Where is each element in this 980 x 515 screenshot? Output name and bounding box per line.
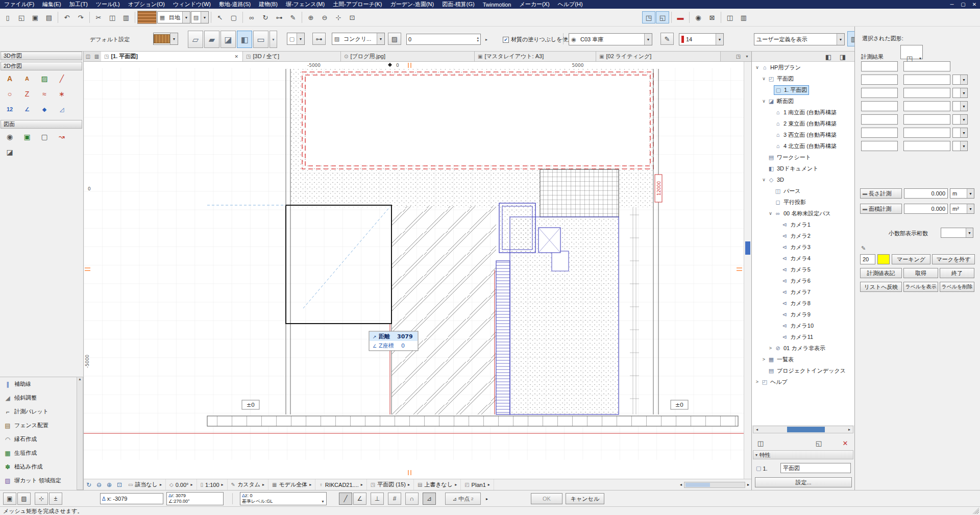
measure-field[interactable] bbox=[861, 75, 898, 85]
tile-windows-button[interactable]: ◫ bbox=[723, 11, 737, 23]
new-file-button[interactable]: ▯ bbox=[1, 11, 14, 23]
expand-arrow-icon[interactable]: ▸ bbox=[455, 482, 457, 487]
sheet-tool-icon[interactable]: ▢ bbox=[38, 131, 51, 143]
pan-button[interactable]: ⊹ bbox=[332, 11, 345, 23]
wall-style-button-4[interactable]: ◧ bbox=[237, 31, 252, 48]
unit-dropdown[interactable]: ▼ bbox=[952, 114, 968, 125]
status-pen-set[interactable]: ♀RIKCAD21....▸ bbox=[315, 479, 367, 490]
expand-arrow-icon[interactable]: ▸ bbox=[191, 482, 193, 487]
text-edit-tool-icon[interactable]: A bbox=[20, 72, 34, 85]
point-tool-icon[interactable]: ∗ bbox=[55, 88, 68, 100]
tool-auxiliary-line[interactable]: ∥補助線 bbox=[0, 377, 77, 391]
print-button[interactable]: ▤ bbox=[42, 11, 56, 23]
decimal-digits-combo[interactable]: ▼ bbox=[941, 228, 973, 238]
surface-material-combo[interactable]: ▨ コンクリ... ▼ bbox=[332, 33, 385, 45]
tree-item-axonometry[interactable]: ◻平行投影 bbox=[752, 197, 854, 208]
canvas-vertical-scrollbar[interactable] bbox=[744, 62, 751, 479]
measure-field[interactable] bbox=[903, 101, 950, 111]
expander-icon[interactable]: ∨ bbox=[761, 99, 767, 104]
measure-field[interactable] bbox=[861, 61, 898, 71]
tree-item-worksheet[interactable]: ▤ワークシート bbox=[752, 152, 854, 163]
chevron-down-icon[interactable]: ▼ bbox=[377, 33, 384, 44]
chevron-down-icon[interactable]: ▼ bbox=[644, 34, 652, 45]
tree-item-plan-1-selected[interactable]: ▢1. 平面図 bbox=[752, 84, 854, 95]
camera-tool-icon[interactable]: ◉ bbox=[3, 131, 16, 143]
angle-snap-button[interactable]: ∠ bbox=[353, 493, 366, 505]
menu-process[interactable]: 加工(T) bbox=[65, 1, 92, 8]
measure-field[interactable] bbox=[903, 75, 950, 85]
properties-header[interactable]: ▾ 特性 bbox=[753, 450, 853, 459]
display-mode-combo[interactable]: ユーザー定義を表示 ▼ bbox=[754, 33, 845, 45]
unmark-button[interactable]: マークを外す bbox=[932, 254, 975, 264]
geometry-method-combo[interactable]: ▢ ▼ bbox=[287, 33, 305, 45]
mark-pen-input[interactable]: 20 bbox=[860, 254, 875, 264]
tree-item-3d[interactable]: ∨◇3D bbox=[752, 174, 854, 185]
measure-field[interactable] bbox=[861, 141, 898, 151]
measure-field[interactable] bbox=[861, 88, 898, 98]
zoom-out-icon[interactable]: ⊖ bbox=[94, 480, 104, 489]
planter-box[interactable] bbox=[499, 203, 535, 253]
measure-field[interactable] bbox=[903, 61, 950, 71]
triangle-snap-button[interactable]: ⊿ bbox=[423, 493, 436, 505]
image-tool-icon[interactable]: ▣ bbox=[20, 131, 34, 143]
chevron-down-icon[interactable]: ▼ bbox=[182, 12, 190, 23]
pencil-button[interactable]: ✎ bbox=[286, 11, 300, 23]
tree-item-east-elevation[interactable]: ⌂2 東立面 (自動再構築 bbox=[752, 118, 854, 129]
tree-item-camera-hidden[interactable]: >⊘01 カメラ非表示 bbox=[752, 342, 854, 354]
length-unit-combo[interactable]: m▼ bbox=[950, 188, 974, 199]
handle-icon-button[interactable]: ⊶ bbox=[312, 33, 326, 45]
wood-material-combo[interactable]: ▼ bbox=[153, 33, 178, 45]
tree-item-west-elevation[interactable]: ⌂3 西立面 (自動再構築 bbox=[752, 129, 854, 140]
refresh-button[interactable]: ↻ bbox=[259, 11, 272, 23]
undo-button[interactable]: ↶ bbox=[60, 11, 74, 23]
tree-item-camera-9[interactable]: ⊲カメラ9 bbox=[752, 309, 854, 320]
expander-icon[interactable]: ∨ bbox=[754, 65, 761, 70]
get-button[interactable]: 取得 bbox=[903, 268, 938, 278]
show-label-button[interactable]: ラベルを表示 bbox=[903, 282, 938, 292]
wall-style-button-1[interactable]: ▱ bbox=[188, 31, 203, 48]
chevron-down-icon[interactable]: ▼ bbox=[201, 12, 208, 23]
marquee-button[interactable]: ▢ bbox=[227, 11, 240, 23]
expander-icon[interactable]: > bbox=[767, 346, 774, 351]
marking-button[interactable]: マーキング bbox=[892, 254, 930, 264]
expand-arrow-icon[interactable]: ▸ bbox=[408, 482, 410, 487]
delete-label-button[interactable]: ラベルを削除 bbox=[940, 282, 974, 292]
chevron-down-icon[interactable]: ▼ bbox=[716, 34, 723, 45]
scrollbar-thumb[interactable] bbox=[685, 483, 710, 487]
unit-dropdown[interactable]: ▼ bbox=[952, 88, 968, 98]
tab-3d[interactable]: ◳ [3D / 全て] bbox=[243, 52, 341, 61]
refresh-view-icon[interactable]: ↻ bbox=[84, 480, 94, 489]
slope-snap-button[interactable]: ╱ bbox=[339, 493, 352, 505]
offset-expand-arrow[interactable]: ▸ bbox=[483, 34, 490, 45]
navigator-layout-icon[interactable]: ◨ bbox=[837, 51, 849, 63]
wall-style-button-5[interactable]: ▭ bbox=[253, 31, 268, 48]
reflect-to-list-button[interactable]: リストへ反映 bbox=[860, 282, 902, 292]
wall-style-button-2[interactable]: ▰ bbox=[204, 31, 219, 48]
delta-z-level-inputs[interactable]: Δz: 0 基準レベル: GL▼ bbox=[240, 492, 327, 505]
fit-view-icon[interactable]: ⊡ bbox=[114, 480, 125, 489]
fit-view-button[interactable]: ⊡ bbox=[346, 11, 359, 23]
status-scale[interactable]: ▯1:100▸ bbox=[197, 479, 228, 490]
menu-help[interactable]: ヘルプ(H) bbox=[554, 1, 587, 8]
tree-item-floor-plans[interactable]: ∨◰平面図 bbox=[752, 73, 854, 84]
window-toggle-button[interactable]: ◱ bbox=[656, 11, 669, 23]
length-value-field[interactable]: 0.000 bbox=[904, 188, 948, 199]
guide-line-button[interactable]: ▬ bbox=[674, 11, 687, 23]
measure-field[interactable] bbox=[861, 128, 898, 138]
area-measure-button[interactable]: ▬面積計測 bbox=[860, 204, 902, 214]
section-drawing[interactable]: 図面 bbox=[1, 120, 82, 129]
unit-dropdown[interactable]: ▼ bbox=[952, 141, 968, 151]
chevron-down-icon[interactable]: ▼ bbox=[297, 33, 304, 44]
menu-window[interactable]: ウィンドウ(W) bbox=[169, 1, 215, 8]
measure-field[interactable] bbox=[861, 114, 898, 125]
chevron-down-icon[interactable]: ▼ bbox=[170, 33, 178, 44]
menu-file[interactable]: ファイル(F) bbox=[0, 1, 38, 8]
menu-garden[interactable]: ガーデン-造園(N) bbox=[386, 1, 438, 8]
zoom-out-button[interactable]: ⊖ bbox=[318, 11, 331, 23]
delta-x-input[interactable]: Δ x: -3079 bbox=[100, 493, 163, 504]
menu-fence[interactable]: 塀-フェンス(M) bbox=[282, 1, 329, 8]
scroll-left-icon[interactable]: ◂ bbox=[753, 427, 761, 432]
grid-display-icon-button[interactable]: ▨ bbox=[17, 493, 31, 505]
spinner-icons[interactable]: ▴▾ bbox=[477, 36, 479, 42]
tree-item-hp-plan[interactable]: ∨⌂HP用プラン bbox=[752, 62, 854, 73]
